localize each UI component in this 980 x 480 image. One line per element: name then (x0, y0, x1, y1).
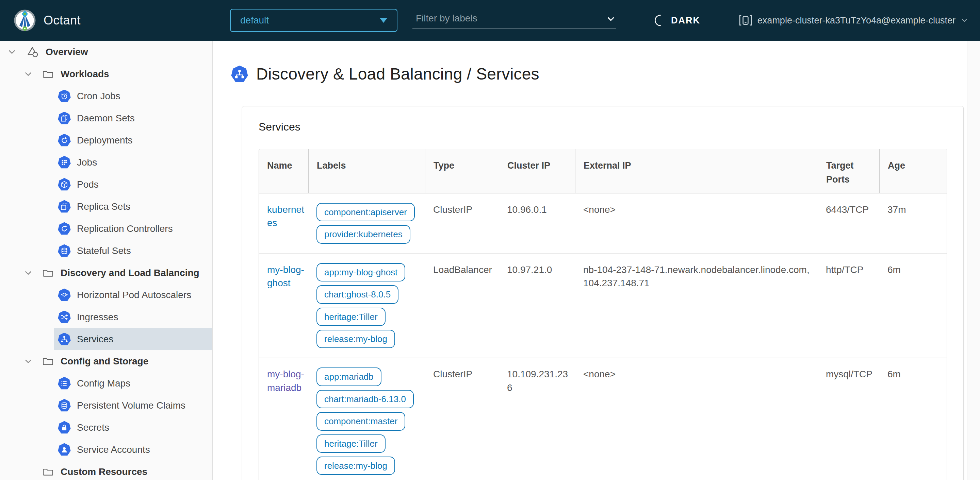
sidebar-item-secrets[interactable]: Secrets (54, 417, 212, 439)
sidebar-nav: OverviewWorkloadsCron JobsDaemon SetsDep… (0, 41, 213, 480)
sidebar-item-replication-controllers[interactable]: Replication Controllers (54, 217, 212, 240)
app-logo-group: Octant (14, 0, 81, 41)
sidebar-item-label: Cron Jobs (77, 91, 121, 101)
label-badge[interactable]: release:my-blog (317, 456, 395, 475)
sidebar-item-pods[interactable]: Pods (54, 173, 212, 195)
sidebar-item-label: Jobs (77, 157, 97, 168)
sidebar-item-label: Config and Storage (60, 356, 148, 367)
label-badge[interactable]: chart:ghost-8.0.5 (317, 285, 398, 304)
label-badge[interactable]: heritage:Tiller (317, 434, 385, 453)
label-badge[interactable]: heritage:Tiller (317, 308, 385, 326)
column-header-age: Age (879, 149, 947, 193)
cell-labels: component:apiserverprovider:kubernetes (308, 193, 425, 253)
cell-external-ip: nb-104-237-148-71.newark.nodebalancer.li… (575, 253, 818, 358)
cube-resource-icon (58, 178, 71, 191)
service-name-link[interactable]: kubernetes (267, 204, 304, 228)
label-badge[interactable]: release:my-blog (317, 330, 395, 348)
namespace-select[interactable]: default (230, 9, 398, 32)
sidebar-item-label: Services (77, 334, 113, 345)
chevron-down-icon[interactable] (606, 14, 616, 24)
sidebar-item-config-maps[interactable]: Config Maps (54, 372, 212, 394)
page-title: Discovery & Load Balancing / Services (256, 65, 539, 83)
sidebar-item-label: Workloads (60, 69, 109, 79)
sidebar-item-label: Replica Sets (77, 201, 130, 212)
app-title: Octant (43, 13, 81, 27)
sidebar-item-label: Ingresses (77, 312, 118, 323)
sidebar-item-overview[interactable]: Overview (0, 41, 212, 63)
label-badge[interactable]: provider:kubernetes (317, 225, 410, 243)
cell-external-ip: <none> (575, 193, 818, 253)
sidebar-item-label: Horizontal Pod Autoscalers (77, 290, 191, 301)
sidebar-item-ingresses[interactable]: Ingresses (54, 306, 212, 328)
cell-labels: app:my-blog-ghostchart:ghost-8.0.5herita… (308, 253, 425, 358)
sidebar-item-horizontal-pod-autoscalers[interactable]: Horizontal Pod Autoscalers (54, 284, 212, 306)
cell-target-ports: http/TCP (818, 253, 879, 358)
folder-icon (42, 356, 54, 367)
chevron-down-icon (23, 69, 33, 79)
cell-name: my-blog-mariadb (259, 358, 308, 480)
cell-age: 6m (879, 253, 947, 358)
cell-type: ClusterIP (425, 358, 499, 480)
sidebar-item-config-and-storage[interactable]: Config and Storage (0, 350, 212, 372)
sidebar-item-custom-resources[interactable]: Custom Resources (0, 461, 212, 480)
label-badge[interactable]: app:mariadb (317, 368, 382, 386)
cronjob-resource-icon (58, 90, 71, 103)
card-title: Services (259, 121, 947, 133)
services-card: Services NameLabelsTypeCluster IPExterna… (242, 106, 964, 480)
cell-age: 6m (879, 358, 947, 480)
sidebar-item-label: Service Accounts (77, 444, 150, 455)
label-badge[interactable]: component:apiserver (317, 203, 415, 221)
table-header-row: NameLabelsTypeCluster IPExternal IPTarge… (259, 149, 947, 193)
column-header-type: Type (425, 149, 499, 193)
grid-resource-icon (58, 156, 71, 169)
copies-resource-icon (58, 112, 71, 125)
refresh-resource-icon (58, 134, 71, 147)
sidebar-item-persistent-volume-claims[interactable]: Persistent Volume Claims (54, 394, 212, 417)
sidebar-item-services[interactable]: Services (54, 328, 212, 350)
cell-target-ports: mysql/TCP (818, 358, 879, 480)
cluster-selector[interactable]: example-cluster-ka3TuTzYo4a@example-clus… (738, 0, 969, 41)
label-badge[interactable]: component:master (317, 412, 405, 430)
sidebar-item-service-accounts[interactable]: Service Accounts (54, 439, 212, 461)
theme-toggle[interactable]: DARK (653, 0, 700, 41)
sidebar-item-stateful-sets[interactable]: Stateful Sets (54, 240, 212, 262)
cell-type: LoadBalancer (425, 253, 499, 358)
sidebar-item-jobs[interactable]: Jobs (54, 151, 212, 173)
cell-name: kubernetes (259, 193, 308, 253)
sidebar-item-label: Daemon Sets (77, 113, 135, 124)
service-name-link[interactable]: my-blog-ghost (267, 265, 304, 288)
service-name-link[interactable]: my-blog-mariadb (267, 369, 304, 393)
sidebar-item-replica-sets[interactable]: Replica Sets (54, 195, 212, 217)
chevron-down-icon (23, 356, 33, 366)
sidebar-item-deployments[interactable]: Deployments (54, 129, 212, 151)
copies-resource-icon (58, 200, 71, 213)
label-filter-input[interactable] (412, 13, 606, 25)
sidebar-item-label: Config Maps (77, 378, 130, 389)
list-resource-icon (58, 377, 71, 390)
db-resource-icon (58, 244, 71, 257)
sidebar-item-cron-jobs[interactable]: Cron Jobs (54, 85, 212, 107)
label-badge[interactable]: chart:mariadb-6.13.0 (317, 390, 414, 408)
user-resource-icon (58, 443, 71, 456)
sidebar-item-label: Secrets (77, 422, 109, 433)
lock-resource-icon (58, 421, 71, 434)
chevron-down-icon (960, 16, 969, 24)
octant-logo-icon (14, 9, 36, 32)
column-header-cluster-ip: Cluster IP (499, 149, 575, 193)
cell-external-ip: <none> (575, 358, 818, 480)
folder-icon (42, 466, 54, 478)
theme-toggle-label: DARK (671, 15, 700, 26)
main-content: Discovery & Load Balancing / Services Se… (213, 41, 980, 480)
sidebar-item-label: Custom Resources (60, 466, 147, 477)
sidebar-item-workloads[interactable]: Workloads (0, 63, 212, 85)
sidebar-item-daemon-sets[interactable]: Daemon Sets (54, 107, 212, 129)
table-row: kubernetescomponent:apiserverprovider:ku… (259, 193, 947, 253)
cell-cluster-ip: 10.97.21.0 (499, 253, 575, 358)
db-resource-icon (58, 399, 71, 412)
page-header: Discovery & Load Balancing / Services (231, 65, 539, 83)
column-header-external-ip: External IP (575, 149, 818, 193)
cell-target-ports: 6443/TCP (818, 193, 879, 253)
table-body: kubernetescomponent:apiserverprovider:ku… (259, 193, 947, 480)
sidebar-item-discovery-and-load-balancing[interactable]: Discovery and Load Balancing (0, 262, 212, 284)
label-badge[interactable]: app:my-blog-ghost (317, 263, 405, 282)
